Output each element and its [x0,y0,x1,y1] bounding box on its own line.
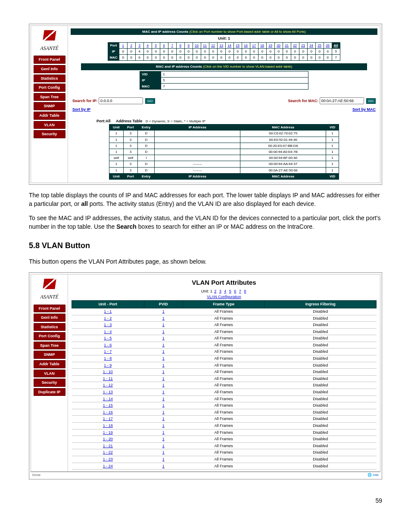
pvid-link[interactable]: 1 [162,349,165,354]
pvid-link[interactable]: 1 [162,363,165,367]
nav-port-config[interactable]: Port Config [34,84,65,92]
unit-port-link[interactable]: 1 - 16 [103,410,113,414]
search-mac-go-button[interactable]: GO [366,98,376,104]
port-link[interactable]: 26 [324,42,332,48]
pvid-link[interactable]: 1 [162,390,165,394]
pvid-link[interactable]: 1 [162,423,165,428]
nav2-security[interactable]: Security [34,379,65,387]
port-link[interactable]: 17 [250,42,258,48]
unit-port-link[interactable]: 1 - 14 [103,397,113,401]
pvid-link[interactable]: 1 [162,450,165,454]
nav2-vlan[interactable]: VLAN [34,370,65,378]
pvid-link[interactable]: 1 [162,457,165,461]
port-link[interactable]: 8 [176,42,184,48]
unit-port-link[interactable]: 1 - 3 [104,323,112,327]
unit-link[interactable]: 5 [229,289,231,293]
port-link[interactable]: 15 [234,42,242,48]
vid-value[interactable]: 1 [161,71,308,77]
port-link[interactable]: 7 [168,42,176,48]
pvid-link[interactable]: 1 [162,403,165,408]
unit-port-link[interactable]: 1 - 11 [103,376,113,381]
pvid-link[interactable]: 1 [162,309,165,314]
unit-port-link[interactable]: 1 - 7 [104,349,112,354]
pvid-link[interactable]: 1 [162,316,165,320]
nav2-port-config[interactable]: Port Config [34,332,65,340]
nav-genl-info[interactable]: Genl Info [34,65,65,73]
unit-link[interactable]: 2 [214,289,216,293]
pvid-link[interactable]: 1 [162,464,165,468]
unit-port-link[interactable]: 1 - 24 [103,464,113,468]
unit-port-link[interactable]: 1 - 23 [103,457,113,461]
unit-port-link[interactable]: 1 - 12 [103,383,113,387]
nav2-duplicate-ip[interactable]: Duplicate IP [34,388,65,396]
nav2-front-panel[interactable]: Front Panel [34,305,65,313]
nav-addr-table[interactable]: Addr Table [34,112,65,120]
unit-port-link[interactable]: 1 - 15 [103,403,113,408]
port-link[interactable]: 18 [258,42,266,48]
unit-port-link[interactable]: 1 - 6 [104,343,112,347]
port-link[interactable]: 5 [152,42,160,48]
nav2-addr-table[interactable]: Addr Table [34,360,65,368]
vlan-configuration-link[interactable]: VLAN Configuration [207,295,241,299]
port-link[interactable]: 24 [307,42,315,48]
pvid-link[interactable]: 1 [162,430,165,435]
nav-vlan[interactable]: VLAN [34,121,65,129]
port-link[interactable]: 11 [201,42,209,48]
pvid-link[interactable]: 1 [162,323,165,327]
sort-by-ip-link[interactable]: Sort by IP [72,107,90,112]
unit-port-link[interactable]: 1 - 19 [103,430,113,435]
nav2-snmp[interactable]: SNMP [34,351,65,359]
pvid-link[interactable]: 1 [162,410,165,414]
unit-port-link[interactable]: 1 - 8 [104,356,112,361]
sort-by-mac-link[interactable]: Sort by MAC [352,107,376,112]
port-link[interactable]: 22 [291,42,299,48]
port-link[interactable]: 1 [119,42,127,48]
nav-security[interactable]: Security [34,130,65,138]
port-all-link[interactable]: All [332,42,340,48]
search-ip-go-button[interactable]: GO [145,98,155,104]
unit-link[interactable]: 4 [224,289,226,293]
port-link[interactable]: 25 [315,42,324,48]
unit-port-link[interactable]: 1 - 5 [104,336,112,340]
pvid-link[interactable]: 1 [162,383,165,387]
unit-port-link[interactable]: 1 - 22 [103,450,113,454]
nav-span-tree[interactable]: Span Tree [34,93,65,101]
nav-snmp[interactable]: SNMP [34,102,65,110]
pvid-link[interactable]: 1 [162,343,165,347]
port-link[interactable]: 20 [274,42,283,48]
port-link[interactable]: 6 [160,42,168,48]
nav-front-panel[interactable]: Front Panel [34,56,65,64]
pvid-link[interactable]: 1 [162,330,165,334]
pvid-link[interactable]: 1 [162,356,165,361]
unit-link[interactable]: 3 [219,289,221,293]
pvid-link[interactable]: 1 [162,370,165,374]
unit-link[interactable]: 6 [234,289,236,293]
pvid-link[interactable]: 1 [162,397,165,401]
unit-port-link[interactable]: 1 - 13 [103,390,113,394]
pvid-link[interactable]: 1 [162,437,165,441]
port-link[interactable]: 10 [193,42,201,48]
pvid-link[interactable]: 1 [162,376,165,381]
pvid-link[interactable]: 1 [162,444,165,448]
nav2-statistics[interactable]: Statistics [34,323,65,331]
nav2-genl-info[interactable]: Genl Info [34,314,65,322]
nav-statistics[interactable]: Statistics [34,75,65,83]
nav2-span-tree[interactable]: Span Tree [34,342,65,350]
pvid-link[interactable]: 1 [162,417,165,421]
search-ip-input[interactable] [99,97,143,104]
unit-port-link[interactable]: 1 - 4 [104,330,112,334]
port-link[interactable]: 3 [135,42,143,48]
search-mac-input[interactable] [320,97,364,104]
pvid-link[interactable]: 1 [162,336,165,340]
port-link[interactable]: 21 [283,42,291,48]
unit-port-link[interactable]: 1 - 10 [103,370,113,374]
port-link[interactable]: 14 [225,42,234,48]
port-link[interactable]: 23 [299,42,307,48]
port-link[interactable]: 2 [127,42,135,48]
port-link[interactable]: 13 [217,42,225,48]
unit-port-link[interactable]: 1 - 1 [104,309,112,314]
port-link[interactable]: 16 [242,42,250,48]
unit-port-link[interactable]: 1 - 2 [104,316,112,320]
port-link[interactable]: 12 [209,42,217,48]
unit-port-link[interactable]: 1 - 21 [103,444,113,448]
